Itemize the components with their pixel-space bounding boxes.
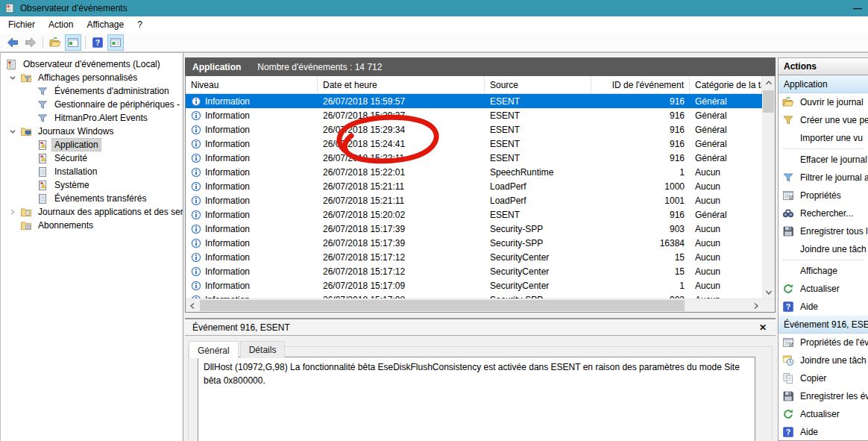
action-aide[interactable]: ?Aide bbox=[779, 423, 868, 441]
tab-dtails[interactable]: Détails bbox=[240, 341, 286, 358]
action-propri-t-s[interactable]: Propriétés bbox=[779, 187, 868, 204]
action-label: Créer une vue pe bbox=[800, 115, 868, 125]
event-row[interactable]: Information26/07/2018 15:17:39Security-S… bbox=[186, 222, 762, 236]
event-row[interactable]: Information26/07/2018 15:17:39Security-S… bbox=[186, 236, 762, 250]
action-ouvrir-le-journal[interactable]: Ouvrir le journal bbox=[779, 93, 868, 111]
information-icon bbox=[191, 224, 201, 234]
event-source: SpeechRuntime bbox=[485, 165, 591, 179]
minimize-button[interactable]: — bbox=[852, 1, 864, 16]
action-aide[interactable]: ?Aide bbox=[779, 298, 868, 316]
help-icon: ? bbox=[782, 301, 794, 313]
event-row[interactable]: Information26/07/2018 15:22:11ESENT916Gé… bbox=[186, 151, 762, 165]
table-header-row: NiveauDate et heureSourceID de l'événeme… bbox=[186, 76, 762, 94]
tree-item--v-nements-d-administration[interactable]: Événements d'administration bbox=[1, 84, 183, 98]
event-row[interactable]: Information26/07/2018 15:59:57ESENT916Gé… bbox=[186, 94, 762, 108]
vertical-scrollbar[interactable] bbox=[762, 76, 775, 298]
chevron-right-icon[interactable] bbox=[5, 207, 20, 217]
tree-item-affichages-personnalis-s[interactable]: Affichages personnalisés bbox=[1, 71, 183, 84]
action-importer-une-vu[interactable]: Importer une vu bbox=[779, 129, 868, 147]
show-hide-action-pane-button[interactable] bbox=[107, 34, 124, 51]
event-row[interactable]: Information26/07/2018 15:21:11LoadPerf10… bbox=[186, 179, 762, 193]
event-date: 26/07/2018 15:21:11 bbox=[318, 179, 485, 193]
menu-item-help[interactable]: ? bbox=[130, 17, 149, 32]
forward-button[interactable] bbox=[22, 34, 39, 51]
event-row[interactable]: Information26/07/2018 15:29:37ESENT916Gé… bbox=[186, 108, 762, 122]
action-joindre-une-t-ch[interactable]: Joindre une tâch bbox=[779, 240, 868, 258]
action-effacer-le-journal[interactable]: Effacer le journal bbox=[779, 151, 868, 169]
event-row[interactable]: Information26/07/2018 15:22:01SpeechRunt… bbox=[186, 165, 762, 179]
column-header-cat-gorie-de-la-t-[interactable]: Catégorie de la tâ bbox=[690, 76, 762, 93]
action-affichage[interactable]: Affichage bbox=[779, 262, 868, 280]
menu-item-action[interactable]: Action bbox=[42, 17, 80, 32]
funnel-blue-icon bbox=[782, 172, 794, 184]
event-row[interactable]: Information26/07/2018 15:17:12SecurityCe… bbox=[186, 250, 762, 264]
action-enregistrer-les-v[interactable]: Enregistrer les év bbox=[779, 387, 868, 405]
arrow-back-icon bbox=[7, 37, 19, 49]
log-plain-icon bbox=[37, 166, 48, 178]
scroll-up-icon[interactable] bbox=[762, 76, 775, 89]
show-hide-console-tree-button[interactable] bbox=[65, 34, 81, 51]
menu-item-affichage[interactable]: Affichage bbox=[80, 17, 130, 32]
tree-item-s-curit-[interactable]: Sécurité bbox=[1, 151, 183, 165]
event-count: Nombre d'événements : 14 712 bbox=[257, 62, 382, 72]
event-date: 26/07/2018 15:21:11 bbox=[318, 193, 485, 207]
action-actualiser[interactable]: Actualiser bbox=[779, 280, 868, 298]
help-button[interactable]: ? bbox=[89, 34, 106, 51]
task-clock-icon bbox=[782, 354, 794, 366]
close-icon[interactable]: ✕ bbox=[758, 322, 768, 333]
tree-item-gestionnaire-de-p-riph-riques-[interactable]: Gestionnaire de périphériques - P bbox=[1, 98, 183, 111]
action-actualiser[interactable]: Actualiser bbox=[779, 405, 868, 423]
tree-item--v-nements-transf-r-s[interactable]: Événements transférés bbox=[1, 192, 183, 205]
event-level: Information bbox=[205, 153, 250, 163]
back-button[interactable] bbox=[4, 34, 21, 51]
action-propri-t-s-de-l-v[interactable]: Propriétés de l'év bbox=[779, 334, 868, 351]
event-category: Aucun bbox=[690, 222, 762, 236]
actions-section-header[interactable]: Application bbox=[779, 75, 868, 93]
scroll-left-icon[interactable] bbox=[186, 299, 198, 312]
event-level: Information bbox=[205, 96, 250, 107]
event-row[interactable]: Information26/07/2018 15:17:09SecurityCe… bbox=[186, 278, 762, 293]
event-row[interactable]: Information26/07/2018 15:29:34ESENT916Gé… bbox=[186, 122, 762, 137]
vertical-scroll-thumb[interactable] bbox=[763, 90, 774, 113]
scroll-down-icon[interactable] bbox=[762, 286, 775, 298]
tree-item-label: Événements d'administration bbox=[52, 85, 172, 97]
tree-item-application[interactable]: Application bbox=[1, 138, 183, 151]
tree-item-installation[interactable]: Installation bbox=[1, 165, 183, 178]
horizontal-scrollbar[interactable] bbox=[186, 298, 775, 312]
chevron-down-icon[interactable] bbox=[5, 126, 20, 137]
open-saved-log-button[interactable] bbox=[47, 34, 63, 51]
action-copier[interactable]: Copier bbox=[779, 369, 868, 387]
toolbar-separator bbox=[43, 37, 43, 49]
event-row[interactable]: Information26/07/2018 15:17:08Security-S… bbox=[186, 293, 762, 298]
menu-item-fichier[interactable]: Fichier bbox=[1, 17, 42, 32]
action-rechercher-[interactable]: Rechercher... bbox=[779, 204, 868, 222]
event-row[interactable]: Information26/07/2018 15:21:11LoadPerf10… bbox=[186, 193, 762, 207]
event-row[interactable]: Information26/07/2018 15:20:02ESENT916Gé… bbox=[186, 207, 762, 222]
action-enregistrer-tous-l[interactable]: Enregistrer tous l bbox=[779, 222, 868, 240]
tab-gnral[interactable]: Général bbox=[189, 341, 239, 358]
column-header-id-de-l-v-nement[interactable]: ID de l'événement bbox=[591, 76, 690, 93]
event-row[interactable]: Information26/07/2018 15:17:12SecurityCe… bbox=[186, 264, 762, 278]
column-header-source[interactable]: Source bbox=[485, 76, 591, 93]
tree-item-journaux-des-applications-et-d[interactable]: Journaux des applications et des servi bbox=[1, 205, 183, 219]
column-header-niveau[interactable]: Niveau bbox=[186, 76, 318, 93]
event-message-box[interactable]: DllHost (10972,G,98) La fonctionnalité b… bbox=[198, 357, 755, 441]
event-message: DllHost (10972,G,98) La fonctionnalité b… bbox=[204, 362, 740, 386]
chevron-down-icon[interactable] bbox=[5, 72, 20, 83]
action-cr-er-une-vue-pe[interactable]: Créer une vue pe bbox=[779, 111, 868, 129]
actions-section-header[interactable]: Événement 916, ESEN bbox=[779, 316, 868, 334]
tree-item-label: Événements transférés bbox=[52, 193, 148, 204]
horizontal-scroll-thumb[interactable] bbox=[200, 300, 685, 311]
column-header-date-et-heure[interactable]: Date et heure bbox=[318, 76, 485, 93]
event-row[interactable]: Information26/07/2018 15:24:41ESENT916Gé… bbox=[186, 137, 762, 151]
tree-item-abonnements[interactable]: Abonnements bbox=[1, 219, 183, 232]
tree-item-syst-me[interactable]: Système bbox=[1, 178, 183, 192]
event-category: Aucun bbox=[690, 165, 762, 179]
scroll-right-icon[interactable] bbox=[749, 299, 762, 312]
tree-item-journaux-windows[interactable]: Journaux Windows bbox=[1, 125, 183, 138]
action-filtrer-le-journal-a[interactable]: Filtrer le journal a bbox=[779, 169, 868, 187]
action-joindre-une-t-ch[interactable]: Joindre une tâch bbox=[779, 351, 868, 369]
tree-item-label: Observateur d'événements (Local) bbox=[21, 58, 163, 70]
tree-item-observateur-d-v-nements-local-[interactable]: Observateur d'événements (Local) bbox=[1, 57, 183, 71]
tree-item-hitmanpro-alert-events[interactable]: HitmanPro.Alert Events bbox=[1, 111, 183, 125]
